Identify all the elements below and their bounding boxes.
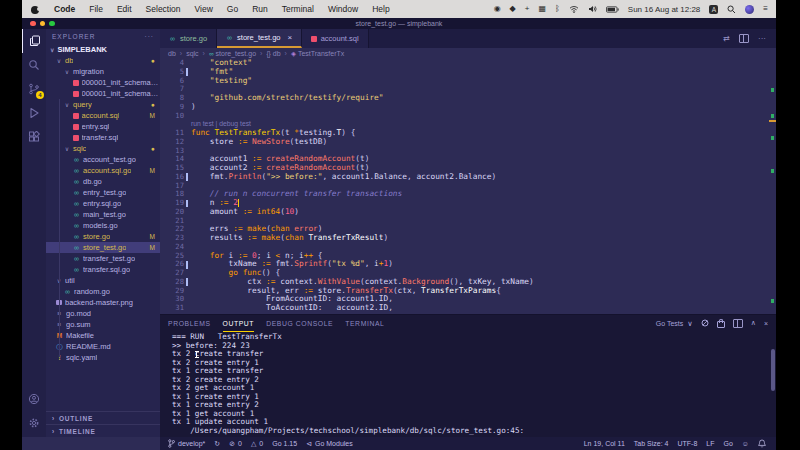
tree-file-transfer.sql.go[interactable]: ∞transfer.sql.go <box>46 264 160 275</box>
close-panel-icon[interactable]: × <box>764 320 768 327</box>
output-content[interactable]: === RUN TestTransferTx>> before: 224 23t… <box>160 331 776 437</box>
tree-file-main_test.go[interactable]: ∞main_test.go <box>46 209 160 220</box>
breadcrumb-TestTransferTx[interactable]: ◈TestTransferTx <box>291 50 344 58</box>
menu-help[interactable]: Help <box>365 4 396 14</box>
menu-window[interactable]: Window <box>321 4 365 14</box>
menu-terminal[interactable]: Terminal <box>275 4 321 14</box>
menu-file[interactable]: File <box>82 4 110 14</box>
panel-scrollbar[interactable] <box>771 349 775 391</box>
account-icon[interactable] <box>22 387 46 411</box>
siri-icon[interactable] <box>745 5 754 14</box>
tree-file-entry.sql[interactable]: entry.sql <box>46 121 160 132</box>
encoding[interactable]: UTF-8 <box>677 440 697 447</box>
menu-view[interactable]: View <box>188 4 220 14</box>
menubar-clock[interactable]: Sun 16 Aug at 12:28 <box>628 5 701 14</box>
tree-file-store.go[interactable]: ∞store.goM <box>46 231 160 242</box>
tree-file-000001_init_schema.down.sql[interactable]: 000001_init_schema.down.sql <box>46 77 160 88</box>
spotlight-icon[interactable] <box>727 5 736 14</box>
tab-store.go[interactable]: ∞store.go <box>160 29 217 48</box>
menu-selection[interactable]: Selection <box>139 4 188 14</box>
clear-output-icon[interactable] <box>701 319 709 327</box>
eol-indicator[interactable]: LF <box>706 440 714 447</box>
battery-icon[interactable] <box>606 6 619 13</box>
search-icon[interactable] <box>22 53 46 77</box>
maximize-panel-icon[interactable]: ∧ <box>751 319 756 327</box>
breadcrumb-db[interactable]: db <box>168 50 176 57</box>
problems-errors[interactable]: ⊘0 <box>229 440 242 447</box>
tab-account.sql[interactable]: account.sql <box>302 29 368 48</box>
apple-menu-icon[interactable] <box>31 5 39 14</box>
tree-file-README.md[interactable]: ⓘREADME.md <box>46 341 160 352</box>
plug-icon[interactable]: + <box>525 5 530 13</box>
tree-file-store_test.go[interactable]: ∞store_test.goM <box>46 242 160 253</box>
tree-folder-migration[interactable]: ∨migration <box>46 66 160 77</box>
code-editor[interactable]: 4 "context"5 "fmt"6 "testing"78 "github.… <box>160 59 776 314</box>
breadcrumb-sqlc[interactable]: sqlc <box>186 50 198 57</box>
tree-file-entry_test.go[interactable]: ∞entry_test.go <box>46 187 160 198</box>
tree-file-sqlc.yaml[interactable]: !sqlc.yaml <box>46 352 160 363</box>
menu-edit[interactable]: Edit <box>110 4 139 14</box>
panel-tab-debug-console[interactable]: DEBUG CONSOLE <box>266 315 333 331</box>
tree-file-db.go[interactable]: ∞db.go <box>46 176 160 187</box>
input-source-icon[interactable]: A <box>709 5 718 14</box>
output-channel-select[interactable]: Go Tests ∨ <box>656 319 693 328</box>
tree-file-entry.sql.go[interactable]: ∞entry.sql.go <box>46 198 160 209</box>
branch-indicator[interactable]: develop* <box>168 439 205 448</box>
open-panel-editor-icon[interactable] <box>733 319 743 328</box>
close-tab-icon[interactable]: × <box>287 33 292 42</box>
split-editor-icon[interactable] <box>739 34 749 43</box>
wifi-icon[interactable] <box>569 5 579 13</box>
tree-file-models.go[interactable]: ∞models.go <box>46 220 160 231</box>
tree-file-transfer_test.go[interactable]: ∞transfer_test.go <box>46 253 160 264</box>
lock-scroll-icon[interactable] <box>717 321 725 328</box>
section-outline[interactable]: ›OUTLINE <box>46 411 160 424</box>
extensions-icon[interactable] <box>22 125 46 149</box>
record-icon[interactable]: ◉ <box>494 5 501 13</box>
breadcrumb-db[interactable]: {}db <box>266 50 280 57</box>
menu-code[interactable]: Code <box>47 4 82 14</box>
tree-file-transfer.sql[interactable]: transfer.sql <box>46 132 160 143</box>
menu-go[interactable]: Go <box>220 4 245 14</box>
tree-folder-db[interactable]: ∨db● <box>46 55 160 66</box>
notification-center-icon[interactable]: ≡ <box>763 5 768 13</box>
panel-tab-problems[interactable]: PROBLEMS <box>168 315 211 331</box>
sync-button[interactable]: ↻ <box>214 440 220 447</box>
open-changes-icon[interactable]: ⇄ <box>723 34 730 43</box>
problems-warnings[interactable]: △0 <box>251 440 263 447</box>
go-modules[interactable]: ⊲Go Modules <box>306 440 353 447</box>
explorer-more-actions-icon[interactable]: ··· <box>145 33 155 40</box>
menu-run[interactable]: Run <box>245 4 275 14</box>
feedback-smiley[interactable]: ☺ <box>742 440 749 447</box>
tree-folder-util[interactable]: ∨util <box>46 275 160 286</box>
keyboard-icon[interactable]: ▦ <box>538 5 546 13</box>
tree-folder-sqlc[interactable]: ∨sqlc● <box>46 143 160 154</box>
settings-gear-icon[interactable] <box>22 411 46 435</box>
shape-icon[interactable]: ◆ <box>510 5 516 13</box>
tree-file-Makefile[interactable]: MMakefile <box>46 330 160 341</box>
panel-tab-output[interactable]: OUTPUT <box>223 315 255 332</box>
tree-file-account_test.go[interactable]: ∞account_test.go <box>46 154 160 165</box>
notifications-bell[interactable] <box>758 439 766 448</box>
tab-size[interactable]: Tab Size: 4 <box>634 440 669 447</box>
panel-tab-terminal[interactable]: TERMINAL <box>345 315 384 331</box>
tree-file-account.sql[interactable]: account.sqlM <box>46 110 160 121</box>
volume-icon[interactable] <box>588 5 597 13</box>
tree-file-go.sum[interactable]: ≡go.sum <box>46 319 160 330</box>
tree-file-000001_init_schema.up.sql[interactable]: 000001_init_schema.up.sql <box>46 88 160 99</box>
workspace-root-folder[interactable]: ∨ SIMPLEBANK <box>46 44 160 55</box>
language-mode[interactable]: Go <box>724 440 733 447</box>
tree-file-go.mod[interactable]: ≡go.mod <box>46 308 160 319</box>
explorer-icon[interactable] <box>22 29 47 53</box>
tree-folder-query[interactable]: ∨query● <box>46 99 160 110</box>
tab-store_test.go[interactable]: ∞store_test.go× <box>217 29 302 48</box>
run-debug-icon[interactable] <box>22 101 46 125</box>
go-version[interactable]: Go 1.15 <box>272 440 297 447</box>
source-control-icon[interactable]: 4 <box>22 77 46 101</box>
section-timeline[interactable]: ›TIMELINE <box>46 424 160 437</box>
tree-file-random.go[interactable]: ∞random.go <box>46 286 160 297</box>
overview-ruler[interactable] <box>769 59 776 314</box>
bluetooth-icon[interactable]: ᛒ <box>555 5 560 13</box>
tree-file-backend-master.png[interactable]: backend-master.png <box>46 297 160 308</box>
breadcrumb-store_test.go[interactable]: ∞store_test.go <box>209 50 256 57</box>
tree-file-account.sql.go[interactable]: ∞account.sql.goM <box>46 165 160 176</box>
